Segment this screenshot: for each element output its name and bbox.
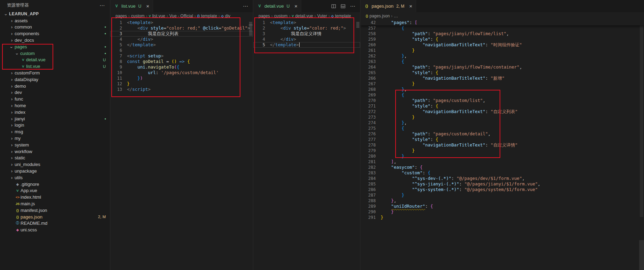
folder-assets[interactable]: ›assets (0, 17, 110, 24)
code-line-279[interactable]: 279 } (360, 148, 644, 153)
code-line-287[interactable]: 287 } (360, 192, 644, 198)
code-line-4[interactable]: 4 </div> (110, 37, 253, 42)
code-editor[interactable]: 1<template>2 <div style="color: red;">3 … (253, 20, 360, 270)
folder-system[interactable]: ›system (0, 142, 110, 148)
sticky-scroll-line[interactable]: 42 "pages": [ (360, 20, 644, 25)
code-line-261[interactable]: 261 } (360, 48, 644, 53)
breadcrumb-item-custom[interactable]: custom (131, 14, 145, 18)
tab-pages.json[interactable]: {}pages.json2, M× (360, 0, 416, 12)
folder-static[interactable]: ›static (0, 155, 110, 161)
close-icon[interactable]: × (146, 3, 149, 9)
code-line-269[interactable]: 269 { (360, 92, 644, 98)
code-line-281[interactable]: 281 ], (360, 159, 644, 165)
breadcrumb-item-div[interactable]: ◇div (221, 14, 230, 18)
code-line-276[interactable]: 276 "path": "pages/custom/detail", (360, 131, 644, 137)
file-uni.scss[interactable]: ◈uni.scss (0, 227, 110, 233)
code-line-275[interactable]: 275 { (360, 126, 644, 131)
folder-dataDisplay[interactable]: ›dataDisplay (0, 76, 110, 83)
breadcrumb-item-list.vue[interactable]: Vlist.vue (149, 14, 165, 18)
code-line-4[interactable]: 4 </div> (253, 37, 360, 42)
code-line-262[interactable]: 262 }, (360, 53, 644, 59)
code-line-1[interactable]: 1<template> (253, 20, 360, 25)
code-line-268[interactable]: 268 }, (360, 87, 644, 92)
folder-utils[interactable]: ›utils (0, 174, 110, 181)
file-pages.json[interactable]: {}pages.json2, M (0, 214, 110, 220)
split-editor-icon[interactable] (331, 4, 336, 9)
code-editor[interactable]: 42 "pages": [ 257 {258 "path": "pages/ji… (360, 20, 644, 270)
code-line-284[interactable]: 284 "^sys-dev-(.*)": "@/pages/dev/$1/for… (360, 176, 644, 181)
code-line-274[interactable]: 274 }, (360, 120, 644, 126)
folder-msg[interactable]: ›msg (0, 128, 110, 135)
code-line-10[interactable]: 10 url: '/pages/custom/detail' (110, 70, 253, 76)
breadcrumb-item-pages.json[interactable]: {}pages.json (366, 14, 390, 18)
breadcrumb-item-Vuter[interactable]: Vuter (317, 14, 327, 18)
code-line-278[interactable]: 278 "navigationBarTitleText": "自定义详情" (360, 142, 644, 148)
more-actions-icon[interactable]: ⋯ (100, 2, 105, 9)
code-line-272[interactable]: 272 "navigationBarTitleText": "自定义列表" (360, 109, 644, 114)
code-line-260[interactable]: 260 "navigationBarTitleText": "时间组件验证" (360, 42, 644, 48)
folder-LEARUN_APP[interactable]: ›LEARUN_APP (0, 11, 110, 17)
code-line-285[interactable]: 285 "^sys-jianyi-(.*)": "@/pages/jianyi/… (360, 181, 644, 187)
breadcrumb-item-template[interactable]: {}template (197, 14, 217, 18)
more-actions-icon[interactable]: ⋯ (350, 3, 356, 9)
code-line-277[interactable]: 277 "style": { (360, 137, 644, 142)
folder-common[interactable]: ›common● (0, 24, 110, 31)
code-line-2[interactable]: 2 <div style="color: red;" @click="goDet… (110, 25, 253, 31)
breadcrumb-item-custom[interactable]: custom (274, 14, 288, 18)
code-line-280[interactable]: 280 } (360, 153, 644, 159)
folder-home[interactable]: ›home (0, 102, 110, 109)
code-line-7[interactable]: 7<script setup> (110, 53, 253, 59)
file-detail.vue[interactable]: Vdetail.vueU (0, 57, 110, 63)
folder-my[interactable]: ›my (0, 135, 110, 142)
code-line-5[interactable]: 5</template> (110, 42, 253, 48)
minimap[interactable] (355, 20, 360, 270)
breadcrumb-item-detail.vue[interactable]: Vdetail.vue (292, 14, 313, 18)
folder-customForm[interactable]: ›customForm (0, 70, 110, 76)
code-line-283[interactable]: 283 "custom": { (360, 170, 644, 176)
minimap[interactable] (639, 20, 644, 270)
toggle-layout-icon[interactable] (341, 4, 345, 9)
file-.gitignore[interactable]: ◆.gitignore (0, 181, 110, 188)
folder-components[interactable]: ›components● (0, 30, 110, 37)
breadcrumb-item-pages[interactable]: pages (259, 14, 270, 18)
close-icon[interactable]: × (409, 3, 412, 9)
code-line-9[interactable]: 9 uni.navigateTo({ (110, 64, 253, 70)
code-line-257[interactable]: 257 { (360, 25, 644, 31)
file-App.vue[interactable]: VApp.vue (0, 188, 110, 194)
code-editor[interactable]: 1<template>2 <div style="color: red;" @c… (110, 20, 253, 270)
code-line-6[interactable]: 6 (110, 48, 253, 53)
code-line-282[interactable]: 282 "easycom": { (360, 165, 644, 170)
folder-dev_docs[interactable]: ›dev_docs (0, 37, 110, 43)
code-line-3[interactable]: 3 我是自定义列表 (110, 31, 253, 37)
breadcrumb-item-template[interactable]: ◇template (331, 14, 351, 18)
tab-list.vue[interactable]: Vlist.vueU× (110, 0, 153, 12)
folder-pages[interactable]: ›pages● (0, 43, 110, 50)
folder-index[interactable]: ›index (0, 109, 110, 116)
folder-uni_modules[interactable]: ›uni_modules (0, 161, 110, 168)
code-line-267[interactable]: 267 } (360, 81, 644, 87)
breadcrumb-item-…[interactable]: … (394, 14, 398, 18)
code-line-259[interactable]: 259 "style": { (360, 37, 644, 42)
code-line-263[interactable]: 263 { (360, 59, 644, 64)
code-line-286[interactable]: 286 "^sys-system-(.*)": "@/pages/system/… (360, 187, 644, 192)
code-line-13[interactable]: 13</script> (110, 87, 253, 92)
code-line-289[interactable]: 289 "uniIdRouter": { (360, 204, 644, 209)
more-actions-icon[interactable]: ⋯ (243, 3, 248, 9)
code-line-265[interactable]: 265 "style": { (360, 70, 644, 76)
code-line-291[interactable]: 291} (360, 215, 644, 220)
tab-detail.vue[interactable]: Vdetail.vueU× (253, 0, 301, 12)
code-line-264[interactable]: 264 "path": "pages/jianyi/flowTime/conta… (360, 64, 644, 70)
folder-custom[interactable]: ›custom● (0, 50, 110, 57)
folder-jianyi[interactable]: ›jianyi● (0, 116, 110, 122)
folder-demo[interactable]: ›demo (0, 83, 110, 89)
close-icon[interactable]: × (294, 3, 297, 9)
breadcrumb-item-pages[interactable]: pages (116, 14, 127, 18)
code-line-270[interactable]: 270 "path": "pages/custom/list", (360, 98, 644, 103)
folder-func[interactable]: ›func (0, 96, 110, 102)
code-line-288[interactable]: 288 }, (360, 198, 644, 204)
file-list.vue[interactable]: Vlist.vueU (0, 63, 110, 70)
file-index.html[interactable]: <>index.html (0, 194, 110, 200)
folder-workflow[interactable]: ›workflow (0, 148, 110, 155)
code-line-266[interactable]: 266 "navigationBarTitleText": "新增" (360, 76, 644, 81)
file-main.js[interactable]: JSmain.js (0, 200, 110, 207)
